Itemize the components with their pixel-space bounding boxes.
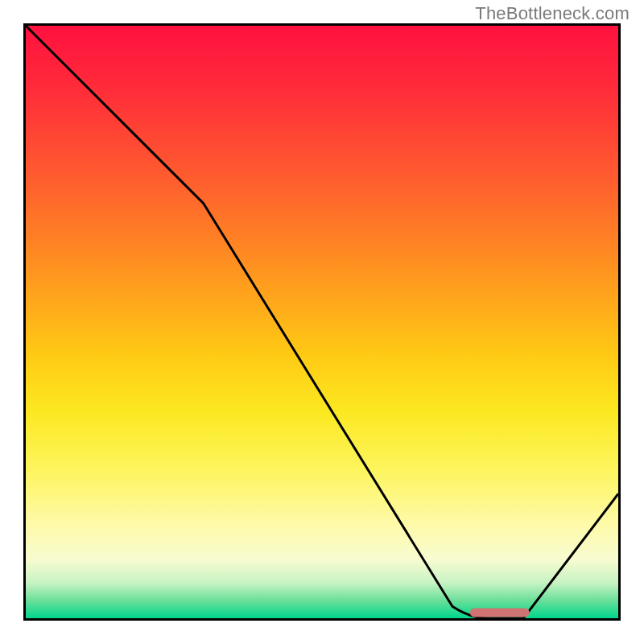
watermark-text: TheBottleneck.com <box>475 3 630 24</box>
chart-plot-area <box>23 23 621 621</box>
marker-rect <box>470 608 530 617</box>
optimal-range-marker <box>26 26 618 618</box>
